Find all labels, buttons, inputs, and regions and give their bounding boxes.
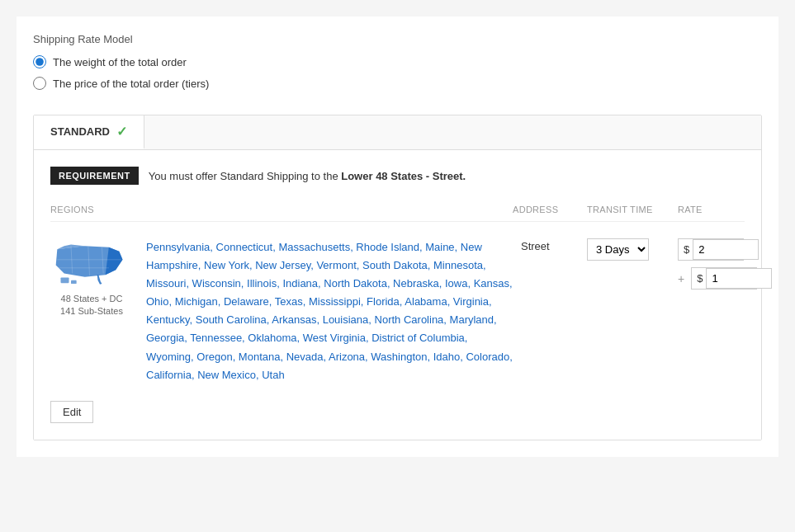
rate-input[interactable]: [693, 239, 759, 260]
tab-standard[interactable]: STANDARD ✓: [34, 115, 144, 149]
radio-weight-label: The weight of the total order: [53, 56, 187, 68]
transit-cell: 3 Days 1 Day 2 Days 5 Days 7 Days: [587, 235, 678, 261]
requirement-badge: REQUIREMENT: [50, 167, 139, 185]
currency-symbol-1: $: [679, 240, 693, 259]
currency-symbol-2: $: [692, 269, 706, 288]
rate-input-wrapper: $: [678, 238, 744, 261]
map-label: 48 States + DC 141 Sub-States: [60, 293, 123, 318]
map-label-line1: 48 States + DC: [60, 293, 123, 305]
requirement-text: You must offer Standard Shipping to the …: [149, 170, 466, 182]
svg-rect-5: [61, 278, 69, 284]
radio-group: The weight of the total order The price …: [33, 55, 762, 90]
radio-price-label: The price of the total order (tiers): [53, 78, 209, 90]
page-container: Shipping Rate Model The weight of the to…: [17, 16, 778, 457]
tab-content: REQUIREMENT You must offer Standard Ship…: [34, 150, 761, 440]
col-address: ADDRESS: [513, 205, 587, 214]
transit-select[interactable]: 3 Days 1 Day 2 Days 5 Days 7 Days: [587, 238, 649, 261]
second-rate-input[interactable]: [706, 268, 772, 289]
col-rate: RATE: [678, 205, 777, 214]
col-actions: [777, 205, 795, 214]
col-transit: TRANSIT TIME: [587, 205, 678, 214]
table-header: REGIONS ADDRESS TRANSIT TIME RATE: [50, 205, 745, 222]
requirement-text-before: You must offer Standard Shipping to the: [149, 170, 341, 182]
tab-standard-label: STANDARD: [50, 125, 110, 138]
states-list: Pennsylvania, Connecticut, Massachusetts…: [146, 235, 513, 384]
plus-icon: +: [678, 272, 684, 285]
map-label-line2: 141 Sub-States: [60, 305, 123, 318]
address-cell: Street: [513, 235, 587, 252]
tab-header: STANDARD ✓: [34, 115, 761, 150]
svg-rect-6: [71, 280, 77, 284]
radio-weight-input[interactable]: [33, 55, 46, 68]
requirement-bar: REQUIREMENT You must offer Standard Ship…: [50, 167, 745, 185]
col-regions: REGIONS: [50, 205, 513, 214]
tab-container: STANDARD ✓ REQUIREMENT You must offer St…: [33, 115, 762, 440]
second-rate-row: + $: [678, 266, 795, 290]
edit-button[interactable]: Edit: [50, 401, 93, 423]
address-type: Street: [521, 240, 550, 252]
map-cell: 48 States + DC 141 Sub-States: [50, 235, 133, 318]
second-rate-input-wrapper: $: [691, 267, 757, 290]
tab-checkmark: ✓: [116, 124, 127, 139]
section-title: Shipping Rate Model: [33, 33, 762, 45]
radio-price[interactable]: The price of the total order (tiers): [33, 77, 762, 90]
table-row: 48 States + DC 141 Sub-States Pennsylvan…: [50, 235, 745, 384]
radio-weight[interactable]: The weight of the total order: [33, 55, 762, 68]
rate-cell: $ + $: [678, 235, 795, 290]
region-col: 48 States + DC 141 Sub-States Pennsylvan…: [50, 235, 513, 384]
us-map-icon: [50, 238, 133, 288]
requirement-text-bold: Lower 48 States - Street.: [341, 170, 466, 182]
radio-price-input[interactable]: [33, 77, 46, 90]
